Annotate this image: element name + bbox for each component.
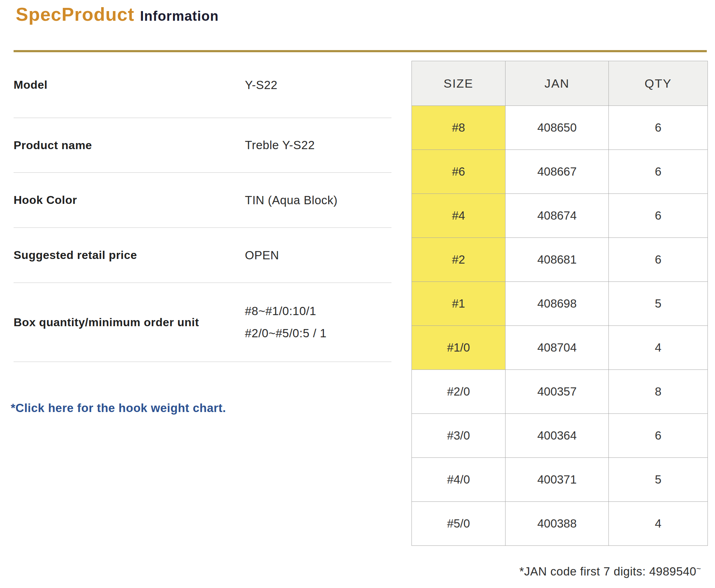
qty-cell: 4: [609, 326, 708, 370]
size-cell: #2: [412, 238, 506, 282]
spec-label: Product name: [14, 139, 245, 152]
jan-cell: 408704: [506, 326, 609, 370]
jan-cell: 400364: [506, 414, 609, 458]
table-row: #14086985: [412, 282, 708, 326]
hook-weight-chart-link[interactable]: *Click here for the hook weight chart.: [11, 401, 226, 415]
page-title-rest: Information: [140, 9, 219, 24]
size-cell: #6: [412, 150, 506, 194]
spec-value: Treble Y-S22: [245, 134, 315, 156]
table-row: #64086676: [412, 150, 708, 194]
jan-code-note-text: *JAN code first 7 digits: 4989540: [519, 565, 696, 578]
size-table-body: #84086506#64086676#44086746#24086816#140…: [412, 106, 708, 546]
size-cell: #1/0: [412, 326, 506, 370]
spec-row: Box quantity/minimum order unit#8~#1/0:1…: [14, 283, 391, 362]
jan-cell: 400388: [506, 502, 609, 546]
jan-cell: 400357: [506, 370, 609, 414]
spec-row: Product nameTreble Y-S22: [14, 118, 391, 173]
table-row: #1/04087044: [412, 326, 708, 370]
qty-cell: 6: [609, 106, 708, 150]
qty-cell: 6: [609, 414, 708, 458]
jan-code-note: *JAN code first 7 digits: 4989540~: [411, 564, 707, 578]
jan-cell: 408674: [506, 194, 609, 238]
table-row: #44086746: [412, 194, 708, 238]
jan-column-header: JAN: [506, 61, 609, 106]
spec-row: ModelY-S22: [14, 52, 391, 118]
size-cell: #2/0: [412, 370, 506, 414]
qty-cell: 6: [609, 238, 708, 282]
size-cell: #4/0: [412, 458, 506, 502]
qty-cell: 6: [609, 150, 708, 194]
table-row: #3/04003646: [412, 414, 708, 458]
spec-row: Hook ColorTIN (Aqua Block): [14, 173, 391, 228]
size-table: SIZE JAN QTY #84086506#64086676#44086746…: [411, 61, 708, 546]
size-cell: #1: [412, 282, 506, 326]
qty-cell: 4: [609, 502, 708, 546]
spec-label: Hook Color: [14, 193, 245, 207]
table-row: #4/04003715: [412, 458, 708, 502]
table-header-row: SIZE JAN QTY: [412, 61, 708, 106]
size-cell: #8: [412, 106, 506, 150]
qty-cell: 6: [609, 194, 708, 238]
jan-cell: 408698: [506, 282, 609, 326]
jan-cell: 408681: [506, 238, 609, 282]
qty-cell: 8: [609, 370, 708, 414]
spec-value: TIN (Aqua Block): [245, 189, 337, 211]
qty-cell: 5: [609, 282, 708, 326]
table-row: #2/04003578: [412, 370, 708, 414]
table-row: #24086816: [412, 238, 708, 282]
table-row: #5/04003884: [412, 502, 708, 546]
page-title-accent: SpecProduct: [16, 4, 134, 25]
spec-label: Model: [14, 78, 245, 92]
size-cell: #4: [412, 194, 506, 238]
qty-cell: 5: [609, 458, 708, 502]
jan-code-note-sup: ~: [696, 564, 701, 573]
spec-label: Box quantity/minimum order unit: [14, 316, 245, 329]
jan-cell: 408667: [506, 150, 609, 194]
spec-value: OPEN: [245, 244, 279, 266]
jan-cell: 408650: [506, 106, 609, 150]
table-row: #84086506: [412, 106, 708, 150]
spec-label: Suggested retail price: [14, 249, 245, 262]
spec-row: Suggested retail priceOPEN: [14, 228, 391, 283]
size-cell: #3/0: [412, 414, 506, 458]
qty-column-header: QTY: [609, 61, 708, 106]
product-spec-page: SpecProductInformation ModelY-S22Product…: [0, 0, 715, 588]
page-title: SpecProductInformation: [16, 4, 219, 25]
size-cell: #5/0: [412, 502, 506, 546]
spec-value: Y-S22: [245, 74, 277, 96]
jan-cell: 400371: [506, 458, 609, 502]
size-column-header: SIZE: [412, 61, 506, 106]
spec-value: #8~#1/0:10/1#2/0~#5/0:5 / 1: [245, 300, 327, 344]
spec-list: ModelY-S22Product nameTreble Y-S22Hook C…: [14, 52, 391, 362]
